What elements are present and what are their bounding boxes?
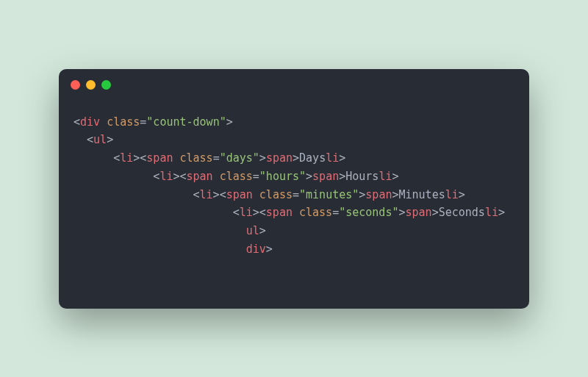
titlebar	[59, 69, 529, 101]
minimize-icon[interactable]	[86, 80, 96, 90]
code-window: <div class="count-down"><ul><li><span cl…	[59, 69, 529, 309]
close-icon[interactable]	[71, 80, 80, 90]
maximize-icon[interactable]	[101, 80, 111, 90]
code-block: <div class="count-down"><ul><li><span cl…	[59, 101, 529, 309]
